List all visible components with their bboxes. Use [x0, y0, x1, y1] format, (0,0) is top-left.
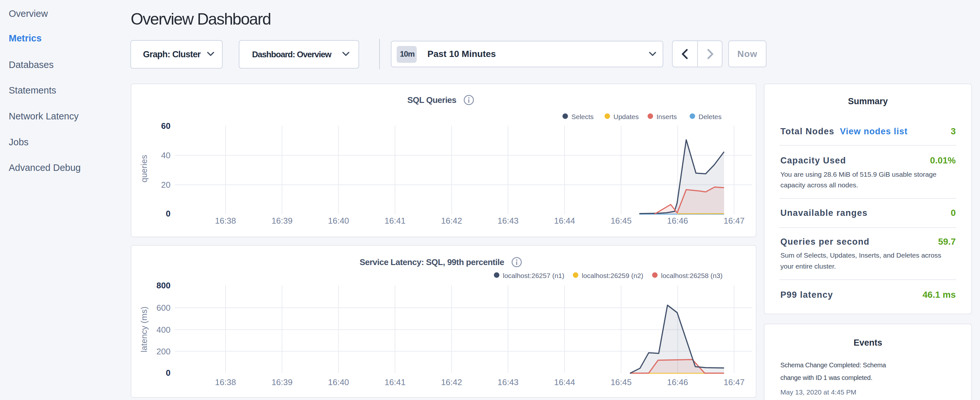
svg-text:16:45: 16:45 — [611, 216, 632, 226]
svg-text:Selects: Selects — [571, 113, 594, 120]
svg-text:60: 60 — [161, 121, 170, 131]
svg-text:16:38: 16:38 — [215, 377, 236, 387]
svg-text:16:47: 16:47 — [724, 216, 745, 226]
svg-text:400: 400 — [157, 325, 170, 335]
svg-text:200: 200 — [157, 347, 170, 356]
svg-text:20: 20 — [161, 180, 170, 190]
svg-text:16:39: 16:39 — [272, 216, 293, 226]
svg-text:16:41: 16:41 — [384, 377, 406, 387]
svg-text:queries: queries — [139, 155, 149, 182]
svg-text:16:44: 16:44 — [554, 377, 575, 387]
svg-text:16:39: 16:39 — [272, 377, 293, 387]
svg-text:16:43: 16:43 — [498, 216, 519, 226]
svg-text:16:42: 16:42 — [441, 216, 462, 226]
svg-text:Updates: Updates — [613, 113, 639, 120]
svg-text:600: 600 — [157, 303, 170, 312]
svg-text:localhost:26258 (n3): localhost:26258 (n3) — [661, 272, 722, 279]
svg-text:16:45: 16:45 — [611, 377, 632, 387]
svg-text:16:43: 16:43 — [498, 377, 519, 387]
svg-text:16:42: 16:42 — [441, 377, 462, 387]
svg-text:16:40: 16:40 — [328, 216, 349, 226]
svg-text:16:46: 16:46 — [667, 216, 688, 226]
svg-text:16:40: 16:40 — [328, 377, 349, 387]
svg-text:16:38: 16:38 — [215, 216, 236, 226]
svg-text:800: 800 — [157, 280, 170, 290]
svg-text:Deletes: Deletes — [698, 113, 721, 120]
svg-text:16:41: 16:41 — [384, 216, 406, 226]
svg-text:0: 0 — [166, 209, 170, 218]
svg-text:16:44: 16:44 — [554, 216, 575, 226]
svg-text:latency (ms): latency (ms) — [139, 306, 149, 352]
svg-text:16:47: 16:47 — [724, 377, 745, 387]
svg-text:40: 40 — [161, 150, 170, 160]
svg-text:localhost:26259 (n2): localhost:26259 (n2) — [582, 272, 643, 279]
svg-text:localhost:26257 (n1): localhost:26257 (n1) — [503, 272, 564, 279]
svg-text:16:46: 16:46 — [667, 377, 688, 387]
svg-text:0: 0 — [166, 368, 170, 378]
svg-text:Inserts: Inserts — [657, 113, 677, 120]
